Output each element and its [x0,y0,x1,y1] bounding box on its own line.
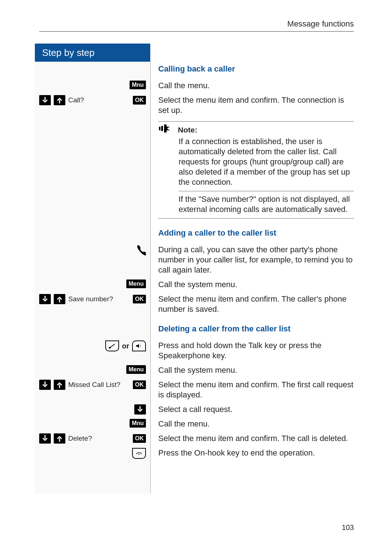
svg-rect-4 [139,454,140,455]
menu-key: Menu [126,365,146,374]
handset-icon [135,245,146,258]
svg-rect-0 [159,127,160,130]
text-select-first: Select the menu item and confirm. The fi… [150,375,354,400]
text-call-menu-2: Call the menu. [150,415,354,429]
or-label: or [122,341,129,351]
menu-item-call: Call? [68,95,130,105]
onhook-key-icon [132,448,146,459]
mnu-key: Mnu [130,419,146,428]
svg-rect-1 [161,126,163,131]
speaker-key-icon [132,340,146,351]
step-by-step-tab: Step by step [35,44,150,62]
note-title: Note: [178,125,197,135]
content-rows: Calling back a caller Mnu Call the menu.… [0,62,354,459]
arrow-down-icon [39,380,51,390]
heading-adding-caller: Adding a caller to the caller list [150,219,354,238]
arrow-down-icon [134,404,146,415]
svg-rect-2 [109,347,111,348]
arrow-down-icon [39,95,51,105]
arrow-down-icon [39,294,51,304]
heading-deleting-caller: Deleting a caller from the caller list [150,314,354,334]
note-arrow-icon [159,125,171,135]
menu-item-delete: Delete? [68,433,130,444]
text-select-confirm: Select the menu item and confirm. The co… [150,91,354,115]
text-select-save: Select the menu item and confirm. The ca… [150,290,354,314]
header-rule [39,31,354,32]
text-call-menu: Call the menu. [150,74,354,91]
mnu-key: Mnu [130,81,146,89]
text-select-callreq: Select a call request. [150,400,354,415]
arrow-up-icon [54,433,65,444]
ok-key: OK [133,434,146,443]
note-box: Note: If a connection is established, th… [158,121,354,219]
text-press-onhook: Press the On-hook key to end the operati… [150,444,354,458]
ok-key: OK [133,295,146,303]
text-call-sysmenu-2: Call the system menu. [150,361,354,375]
heading-calling-back: Calling back a caller [150,62,354,74]
arrow-up-icon [54,380,65,390]
arrow-up-icon [54,95,65,105]
note-body-2: If the "Save number?" option is not disp… [158,194,354,218]
page-number: 103 [342,522,354,532]
menu-item-save-number: Save number? [68,294,130,304]
menu-key: Menu [126,279,146,288]
ok-key: OK [133,96,146,105]
running-header: Message functions [287,19,354,29]
text-during-call: During a call, you can save the other pa… [150,238,354,275]
menu-item-missed-call-list: Missed Call List? [68,380,130,390]
text-press-talk: Press and hold down the Talk key or pres… [150,334,354,361]
text-select-delete: Select the menu item and confirm. The ca… [150,429,354,444]
svg-rect-3 [140,346,141,346]
arrow-down-icon [39,433,51,444]
text-call-sysmenu-1: Call the system menu. [150,275,354,290]
note-body-1: If a connection is established, the user… [158,136,354,191]
arrow-up-icon [54,294,65,304]
talk-key-icon [105,340,119,351]
ok-key: OK [133,380,146,389]
